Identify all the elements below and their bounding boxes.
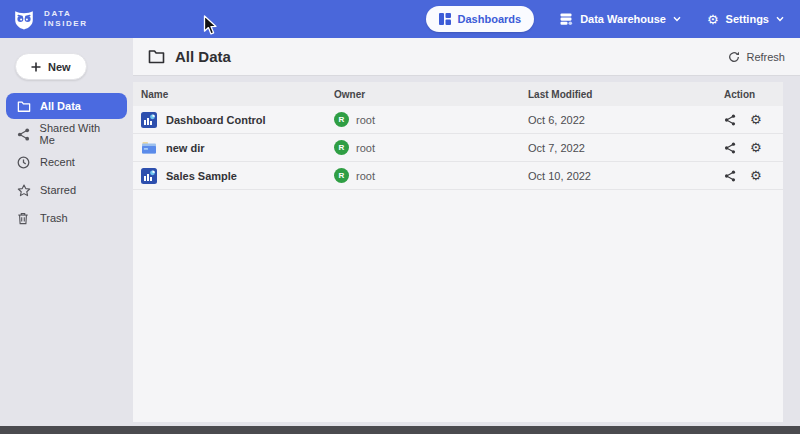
dashboards-grid-icon xyxy=(439,13,451,25)
table-row[interactable]: new dir R root Oct 7, 2022 xyxy=(133,134,783,162)
trash-icon xyxy=(17,212,31,225)
table-header-row: Name Owner Last Modified Action xyxy=(133,82,783,106)
owner-avatar: R xyxy=(334,168,349,183)
refresh-button[interactable]: Refresh xyxy=(728,51,785,63)
nav-settings-button[interactable]: ⚙ Settings xyxy=(707,13,784,26)
data-table-card: Name Owner Last Modified Action xyxy=(133,82,783,422)
folder-icon xyxy=(148,49,165,64)
page-title-bar: All Data Refresh xyxy=(133,38,800,76)
chevron-down-icon xyxy=(776,16,784,22)
owner-name: root xyxy=(356,170,375,182)
content-area: Name Owner Last Modified Action xyxy=(133,76,800,426)
nav-data-warehouse-button[interactable]: Data Warehouse xyxy=(560,13,681,26)
sidebar-item-label: Recent xyxy=(40,156,75,168)
sidebar-item-recent[interactable]: Recent xyxy=(6,149,127,175)
column-header-name: Name xyxy=(141,89,334,100)
nav-settings-label: Settings xyxy=(726,13,769,25)
sidebar-item-label: Trash xyxy=(40,212,68,224)
file-name: Sales Sample xyxy=(166,170,237,182)
plus-icon xyxy=(31,62,41,72)
nav-data-warehouse-label: Data Warehouse xyxy=(580,13,666,25)
window-bottom-edge xyxy=(0,426,800,434)
sidebar-menu: All Data Shared With Me xyxy=(0,93,133,231)
sidebar: New All Data xyxy=(0,38,133,426)
brand-name: DATA INSIDER xyxy=(44,9,88,30)
share-action-icon[interactable] xyxy=(724,114,736,126)
directory-icon xyxy=(141,140,157,156)
settings-action-icon[interactable]: ⚙ xyxy=(750,141,762,154)
last-modified: Oct 6, 2022 xyxy=(528,114,724,126)
table-row[interactable]: Dashboard Control R root Oct 6, 2022 xyxy=(133,106,783,134)
clock-icon xyxy=(17,156,31,169)
settings-action-icon[interactable]: ⚙ xyxy=(750,113,762,126)
column-header-owner: Owner xyxy=(334,89,528,100)
main-panel: All Data Refresh Name Own xyxy=(133,38,800,426)
sidebar-item-label: All Data xyxy=(40,100,81,112)
database-icon xyxy=(560,13,573,26)
share-icon xyxy=(17,128,31,141)
nav-dashboards-button[interactable]: Dashboards xyxy=(426,6,535,32)
last-modified: Oct 7, 2022 xyxy=(528,142,724,154)
sidebar-item-trash[interactable]: Trash xyxy=(6,205,127,231)
gear-icon: ⚙ xyxy=(707,13,719,26)
new-button-label: New xyxy=(48,61,71,73)
header-nav: Dashboards Data Warehouse ⚙ xyxy=(426,6,784,32)
refresh-icon xyxy=(728,51,740,63)
star-icon xyxy=(17,184,31,197)
sidebar-item-starred[interactable]: Starred xyxy=(6,177,127,203)
dashboard-file-icon xyxy=(141,112,157,128)
top-header: DATA INSIDER Dashboards xyxy=(0,0,800,38)
file-name: new dir xyxy=(166,142,205,154)
new-button[interactable]: New xyxy=(15,53,87,80)
column-header-action: Action xyxy=(724,89,775,100)
sidebar-item-label: Starred xyxy=(40,184,76,196)
table-row[interactable]: Sales Sample R root Oct 10, 2022 xyxy=(133,162,783,190)
column-header-last-modified: Last Modified xyxy=(528,89,724,100)
page-title: All Data xyxy=(175,48,231,65)
sidebar-item-all-data[interactable]: All Data xyxy=(6,93,127,119)
owner-avatar: R xyxy=(334,140,349,155)
share-action-icon[interactable] xyxy=(724,170,736,182)
file-name: Dashboard Control xyxy=(166,114,266,126)
chevron-down-icon xyxy=(673,16,681,22)
share-action-icon[interactable] xyxy=(724,142,736,154)
nav-dashboards-label: Dashboards xyxy=(458,13,522,25)
owner-name: root xyxy=(356,142,375,154)
owl-logo-icon xyxy=(12,7,36,31)
brand-logo[interactable]: DATA INSIDER xyxy=(12,7,88,31)
folder-icon xyxy=(17,100,31,113)
dashboard-file-icon xyxy=(141,168,157,184)
refresh-label: Refresh xyxy=(746,51,785,63)
settings-action-icon[interactable]: ⚙ xyxy=(750,169,762,182)
app-window: DATA INSIDER Dashboards xyxy=(0,0,800,434)
owner-avatar: R xyxy=(334,112,349,127)
owner-name: root xyxy=(356,114,375,126)
sidebar-item-shared-with-me[interactable]: Shared With Me xyxy=(6,121,127,147)
last-modified: Oct 10, 2022 xyxy=(528,170,724,182)
sidebar-item-label: Shared With Me xyxy=(40,122,116,146)
